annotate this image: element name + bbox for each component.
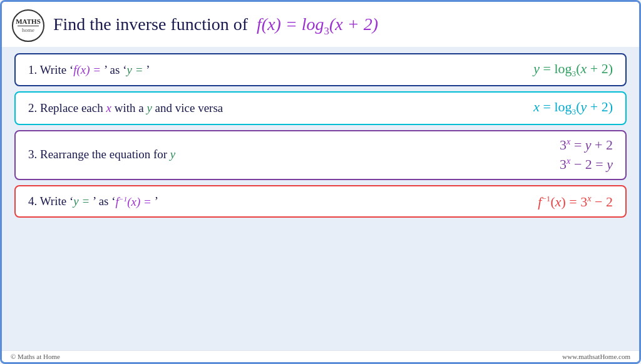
title-function: f(x) = log3(x + 2) [257, 14, 378, 34]
step-2-box: 2. Replace each x with a y and vice vers… [14, 91, 627, 124]
step-3-formulas: 3x = y + 2 3x − 2 = y [560, 136, 613, 173]
footer: © Maths at Home www.mathsatHome.com [2, 350, 639, 362]
step-3-box: 3. Rearrange the equation for y 3x = y +… [14, 130, 627, 181]
logo-home-text: home [22, 27, 34, 34]
logo-maths-text: MATHS [16, 18, 41, 25]
logo-divider [18, 26, 39, 26]
step-2-formula: x = log3(y + 2) [533, 99, 613, 117]
step-3-text: 3. Rearrange the equation for y [28, 148, 175, 161]
footer-right: www.mathsatHome.com [562, 353, 630, 360]
main-content: 1. Write ‘f(x) = ’ as ‘y = ’ y = log3(x … [2, 47, 639, 350]
step-4-box: 4. Write ‘y = ’ as ‘f−1(x) = ’ f−1(x) = … [14, 185, 627, 218]
step-3-row: 3. Rearrange the equation for y 3x = y +… [28, 136, 613, 173]
page-title: Find the inverse function of f(x) = log3… [53, 14, 378, 38]
step-4-text: 4. Write ‘y = ’ as ‘f−1(x) = ’ [28, 195, 158, 208]
step-3-formula-1: 3x = y + 2 [560, 136, 613, 153]
step-1-formula: y = log3(x + 2) [533, 61, 613, 79]
step-4-formula: f−1(x) = 3x − 2 [538, 193, 613, 210]
step-2-text: 2. Replace each x with a y and vice vers… [28, 101, 223, 115]
step-1-text: 1. Write ‘f(x) = ’ as ‘y = ’ [28, 63, 150, 77]
footer-left: © Maths at Home [11, 353, 60, 360]
logo: MATHS home [12, 9, 44, 42]
header: MATHS home Find the inverse function of … [2, 2, 639, 47]
step-3-formula-2: 3x − 2 = y [560, 156, 613, 173]
step-1-box: 1. Write ‘f(x) = ’ as ‘y = ’ y = log3(x … [14, 53, 627, 86]
